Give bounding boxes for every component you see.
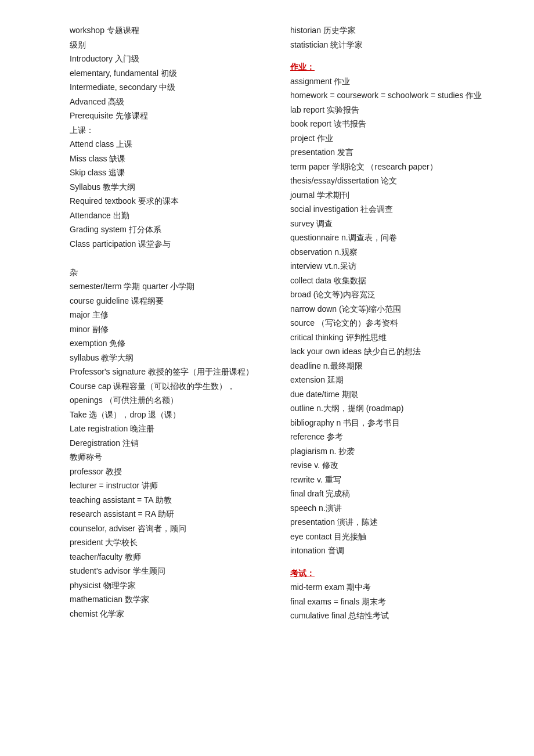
list-item: lab report 实验报告 — [290, 103, 488, 117]
section-heading-exam: 考试： — [290, 566, 488, 581]
list-item: teaching assistant = TA 助教 — [70, 493, 267, 507]
list-item: 上课： — [70, 123, 267, 138]
list-item: research assistant = RA 助研 — [70, 507, 267, 521]
list-item: Professor's signature 教授的签字（用于注册课程） — [70, 365, 267, 379]
list-item: homework = coursework = schoolwork = stu… — [290, 88, 488, 103]
list-item — [70, 251, 267, 265]
list-item: journal 学术期刊 — [290, 188, 488, 203]
list-item: physicist 物理学家 — [70, 578, 267, 593]
list-item: Required textbook 要求的课本 — [70, 194, 267, 208]
list-item: deadline n.最终期限 — [290, 359, 488, 373]
list-item: Course cap 课程容量（可以招收的学生数）， — [70, 379, 267, 394]
list-item: outline n.大纲，提纲 (roadmap) — [290, 401, 488, 416]
list-item: openings （可供注册的名额） — [70, 393, 267, 408]
list-item: narrow down (论文等)缩小范围 — [290, 302, 488, 316]
list-item: semester/term 学期 quarter 小学期 — [70, 279, 267, 294]
list-item: Grading system 打分体系 — [70, 222, 267, 237]
list-item: mid-term exam 期中考 — [290, 580, 488, 595]
list-item: exemption 免修 — [70, 336, 267, 351]
list-item: critical thinking 评判性思维 — [290, 330, 488, 345]
list-item: Miss class 缺课 — [70, 152, 267, 166]
list-item: 杂 — [70, 265, 267, 280]
list-item: workshop 专题课程 — [70, 23, 267, 38]
list-item: extension 延期 — [290, 373, 488, 387]
list-item: reference 参考 — [290, 430, 488, 444]
list-item: eye contact 目光接触 — [290, 530, 488, 544]
list-item: observation n.观察 — [290, 245, 488, 260]
list-item: lack your own ideas 缺少自己的想法 — [290, 344, 488, 359]
list-item: Deregistration 注销 — [70, 436, 267, 451]
list-item: intonation 音调 — [290, 543, 488, 558]
list-item: interview vt.n.采访 — [290, 259, 488, 273]
list-item: term paper 学期论文 （research paper） — [290, 160, 488, 174]
list-item: cumulative final 总结性考试 — [290, 609, 488, 623]
section-heading-homework: 作业： — [290, 60, 488, 74]
list-item: plagiarism n. 抄袭 — [290, 444, 488, 459]
list-item: rewrite v. 重写 — [290, 473, 488, 487]
list-item: 教师称号 — [70, 450, 267, 465]
list-item: course guideline 课程纲要 — [70, 294, 267, 308]
left-column: workshop 专题课程级别Introductory 入门级elementar… — [70, 23, 267, 623]
list-item: source （写论文的）参考资料 — [290, 316, 488, 330]
list-item: broad (论文等)内容宽泛 — [290, 287, 488, 302]
list-item: professor 教授 — [70, 465, 267, 479]
list-item: Attend class 上课 — [70, 137, 267, 152]
list-item: Skip class 逃课 — [70, 165, 267, 180]
list-item: speech n.演讲 — [290, 501, 488, 516]
list-item: mathematician 数学家 — [70, 592, 267, 607]
list-item: Advanced 高级 — [70, 95, 267, 109]
list-item: Introductory 入门级 — [70, 52, 267, 66]
list-item: chemist 化学家 — [70, 607, 267, 621]
list-item: statistician 统计学家 — [290, 38, 488, 52]
list-item: Prerequisite 先修课程 — [70, 109, 267, 123]
list-item: bibliography n 书目，参考书目 — [290, 416, 488, 430]
list-item: questionnaire n.调查表，问卷 — [290, 231, 488, 245]
list-item: social investigation 社会调查 — [290, 202, 488, 217]
list-item: president 大学校长 — [70, 535, 267, 550]
right-column: historian 历史学家statistician 统计学家作业：assign… — [290, 23, 488, 623]
list-item: Class participation 课堂参与 — [70, 237, 267, 251]
list-item: Take 选（课），drop 退（课） — [70, 408, 267, 422]
list-item: presentation 发言 — [290, 145, 488, 160]
list-item: historian 历史学家 — [290, 23, 488, 38]
list-item: counselor, adviser 咨询者，顾问 — [70, 521, 267, 536]
list-item: teacher/faculty 教师 — [70, 550, 267, 564]
list-item: major 主修 — [70, 308, 267, 322]
list-item: 级别 — [70, 38, 267, 52]
list-item: assignment 作业 — [290, 74, 488, 89]
list-item: Intermediate, secondary 中级 — [70, 80, 267, 95]
list-item: student's advisor 学生顾问 — [70, 564, 267, 578]
list-item: elementary, fundamental 初级 — [70, 66, 267, 81]
list-item: lecturer = instructor 讲师 — [70, 478, 267, 493]
list-item: collect data 收集数据 — [290, 273, 488, 288]
list-item: due date/time 期限 — [290, 387, 488, 402]
list-item: book report 读书报告 — [290, 117, 488, 131]
list-item: presentation 演讲，陈述 — [290, 515, 488, 530]
list-item: minor 副修 — [70, 322, 267, 337]
list-item: project 作业 — [290, 131, 488, 146]
list-item: Syllabus 教学大纲 — [70, 180, 267, 195]
list-item: thesis/essay/dissertation 论文 — [290, 174, 488, 188]
list-item: Late registration 晚注册 — [70, 422, 267, 436]
list-item: syllabus 教学大纲 — [70, 351, 267, 365]
list-item: Attendance 出勤 — [70, 208, 267, 223]
list-item: survey 调查 — [290, 217, 488, 231]
list-item: final exams = finals 期末考 — [290, 595, 488, 609]
list-item: revise v. 修改 — [290, 458, 488, 473]
list-item: final draft 完成稿 — [290, 487, 488, 501]
